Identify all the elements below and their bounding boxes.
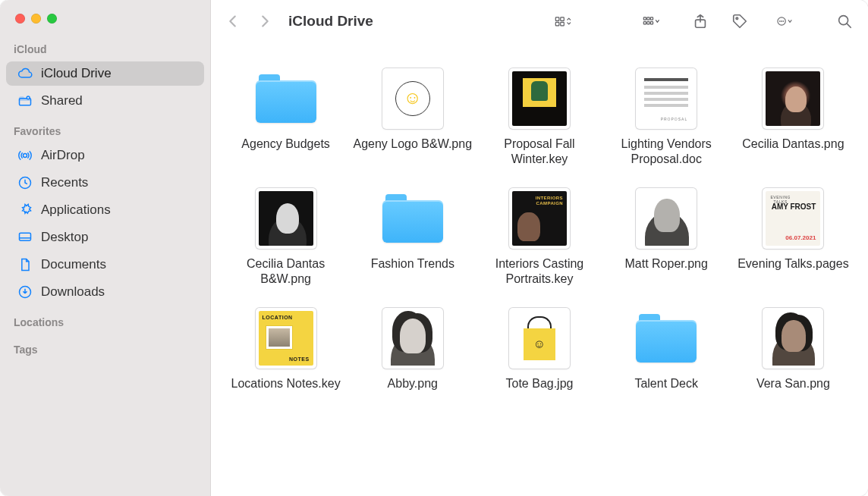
file-item[interactable]: Vera San.png	[734, 308, 853, 391]
toolbar: iCloud Drive	[211, 0, 868, 42]
svg-rect-14	[647, 22, 649, 24]
toolbar-view-group	[548, 11, 666, 31]
file-thumbnail	[509, 68, 570, 129]
file-grid[interactable]: Agency BudgetsAgeny Logo B&W.pngProposal…	[211, 42, 868, 496]
finder-window: iCloud iCloud Drive Shared Favorites Air…	[0, 0, 868, 496]
svg-point-21	[783, 21, 784, 22]
file-item[interactable]: Matt Roper.png	[607, 188, 726, 287]
file-item[interactable]: Cecilia Dantas.png	[734, 68, 853, 167]
sidebar-item-downloads[interactable]: Downloads	[6, 280, 204, 304]
airdrop-icon	[17, 147, 33, 164]
sidebar-item-label: Desktop	[41, 230, 88, 245]
file-label: Vera San.png	[756, 376, 830, 391]
file-item[interactable]: Lighting Vendors Proposal.doc	[607, 68, 726, 167]
sidebar-item-label: Shared	[41, 93, 83, 108]
svg-rect-10	[643, 17, 646, 20]
sidebar-item-label: Recents	[41, 175, 88, 190]
file-label: Agency Budgets	[241, 137, 330, 152]
sidebar-item-label: iCloud Drive	[41, 66, 112, 81]
file-thumbnail	[509, 308, 570, 369]
sidebar-item-recents[interactable]: Recents	[6, 171, 204, 195]
svg-rect-11	[647, 17, 649, 20]
sidebar-item-shared[interactable]: Shared	[6, 89, 204, 113]
file-thumbnail	[763, 68, 823, 129]
desktop-icon	[17, 229, 33, 246]
close-window-button[interactable]	[15, 14, 25, 24]
svg-point-20	[782, 21, 782, 22]
nav-buttons	[225, 13, 273, 30]
file-label: Abby.png	[388, 376, 438, 391]
sidebar-item-label: AirDrop	[41, 148, 85, 163]
file-label: Proposal Fall Winter.key	[480, 137, 599, 167]
sidebar-item-applications[interactable]: Applications	[6, 198, 204, 222]
file-item[interactable]: AMY FROST06.07.2021Evening Talks.pages	[734, 188, 853, 287]
shared-folder-icon	[17, 93, 33, 109]
group-by-button[interactable]	[636, 11, 666, 31]
file-thumbnail	[636, 68, 697, 129]
file-label: Cecilia Dantas.png	[742, 137, 844, 152]
tags-button[interactable]	[730, 11, 750, 31]
svg-point-17	[736, 17, 738, 20]
svg-line-23	[847, 24, 851, 27]
file-item[interactable]: Cecilia Dantas B&W.png	[226, 188, 345, 287]
folder-icon	[256, 68, 316, 129]
search-button[interactable]	[835, 11, 854, 31]
svg-rect-4	[20, 233, 31, 240]
more-actions-button[interactable]	[769, 11, 800, 31]
file-label: Evening Talks.pages	[737, 256, 848, 272]
zoom-window-button[interactable]	[47, 14, 57, 24]
svg-point-1	[27, 96, 30, 99]
file-thumbnail	[256, 308, 316, 369]
file-thumbnail: AMY FROST06.07.2021	[763, 188, 823, 249]
svg-rect-13	[643, 22, 646, 24]
file-item[interactable]: Abby.png	[353, 308, 472, 391]
share-button[interactable]	[690, 11, 710, 31]
sidebar: iCloud iCloud Drive Shared Favorites Air…	[0, 0, 211, 496]
file-item[interactable]: Locations Notes.key	[226, 308, 345, 391]
svg-point-2	[24, 154, 27, 158]
forward-button[interactable]	[256, 13, 273, 30]
documents-icon	[17, 256, 33, 273]
minimize-window-button[interactable]	[31, 14, 41, 24]
window-controls	[0, 8, 210, 33]
view-mode-button[interactable]	[548, 11, 578, 31]
svg-rect-15	[650, 22, 653, 24]
downloads-icon	[17, 284, 33, 300]
sidebar-section-favorites: Favorites	[0, 115, 210, 142]
sidebar-section-tags: Tags	[0, 333, 210, 360]
cloud-icon	[17, 65, 33, 82]
sidebar-item-desktop[interactable]: Desktop	[6, 225, 204, 250]
file-label: Lighting Vendors Proposal.doc	[607, 137, 726, 167]
svg-rect-8	[555, 22, 559, 26]
file-item[interactable]: Interiors Casting Portraits.key	[480, 188, 599, 287]
sidebar-item-icloud-drive[interactable]: iCloud Drive	[6, 61, 204, 86]
file-item[interactable]: Tote Bag.jpg	[480, 308, 599, 391]
sidebar-item-label: Downloads	[41, 284, 105, 300]
sidebar-item-documents[interactable]: Documents	[6, 253, 204, 277]
svg-rect-12	[650, 17, 653, 20]
sidebar-section-icloud: iCloud	[0, 33, 210, 60]
file-item[interactable]: Agency Budgets	[226, 68, 345, 167]
file-thumbnail	[509, 188, 570, 249]
window-title: iCloud Drive	[288, 13, 373, 30]
file-item[interactable]: Fashion Trends	[353, 188, 472, 287]
toolbar-action-group	[690, 11, 800, 31]
file-item[interactable]: Talent Deck	[607, 308, 726, 391]
file-thumbnail	[382, 308, 443, 369]
file-label: Talent Deck	[634, 376, 698, 391]
file-label: Locations Notes.key	[231, 376, 341, 391]
file-label: Fashion Trends	[371, 256, 454, 272]
sidebar-item-label: Applications	[41, 202, 111, 218]
sidebar-item-airdrop[interactable]: AirDrop	[6, 143, 204, 168]
back-button[interactable]	[225, 13, 241, 30]
file-item[interactable]: Proposal Fall Winter.key	[480, 68, 599, 167]
svg-rect-7	[561, 17, 565, 21]
clock-icon	[17, 174, 33, 191]
file-thumbnail	[382, 68, 443, 129]
file-item[interactable]: Ageny Logo B&W.png	[353, 68, 472, 167]
folder-icon	[382, 188, 443, 249]
svg-rect-6	[555, 17, 559, 21]
file-label: Tote Bag.jpg	[506, 376, 574, 391]
file-thumbnail	[256, 188, 316, 249]
file-label: Matt Roper.png	[624, 256, 707, 272]
